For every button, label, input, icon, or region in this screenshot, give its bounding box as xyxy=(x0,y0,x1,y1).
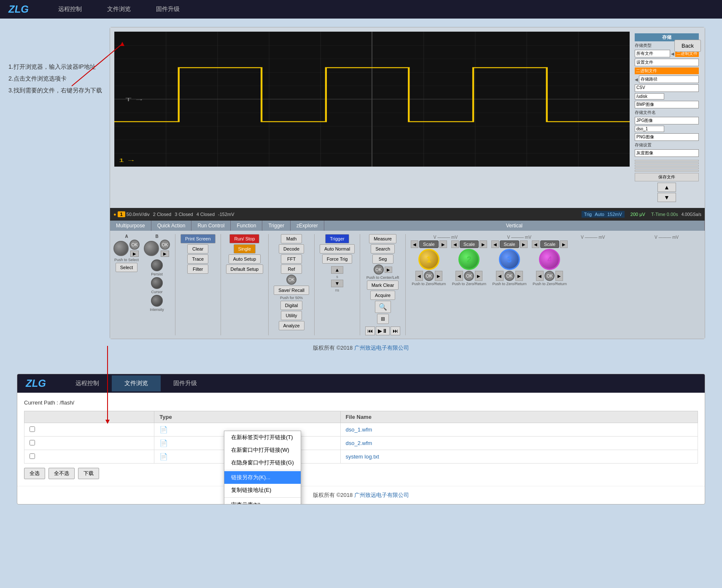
trig-up-arrow[interactable]: ▲ xyxy=(331,266,344,274)
zoom-btn[interactable]: 🔍 xyxy=(375,301,391,313)
ch3-left-arrow[interactable]: ◀ xyxy=(491,240,499,248)
save-path-input[interactable]: /udisk xyxy=(635,93,664,100)
ctx-open-tab[interactable]: 在新标签页中打开链接(T) xyxy=(224,431,301,444)
save-recall-btn[interactable]: Save/ Recall xyxy=(274,286,309,295)
ch1-ok-right[interactable]: ▶ xyxy=(435,271,442,281)
cursor-knob[interactable] xyxy=(151,277,163,289)
ctx-save-as[interactable]: 链接另存为(K)... xyxy=(224,471,301,484)
file-link-3[interactable]: system log.txt xyxy=(346,453,379,460)
nav-btn-3[interactable] xyxy=(635,165,699,167)
ch4-scale-btn[interactable]: Scale xyxy=(540,240,560,248)
zexp-right-arrow[interactable]: ▶ xyxy=(385,267,392,273)
ch2-ok-btn[interactable]: OK xyxy=(464,271,474,281)
ch2-right-arrow[interactable]: ▶ xyxy=(480,240,487,248)
auto-setup-btn[interactable]: Auto Setup xyxy=(229,254,261,264)
tab-vertical[interactable]: Vertical xyxy=(324,221,705,231)
ch1-ok-btn[interactable]: OK xyxy=(424,271,434,281)
ch2-knob[interactable]: 2 xyxy=(458,249,480,270)
arrow-right-a[interactable]: ▶ xyxy=(130,251,139,257)
trigger-btn[interactable]: Trigger xyxy=(325,234,349,243)
run-stop-btn[interactable]: Run/ Stop xyxy=(229,234,259,243)
ch4-right-arrow[interactable]: ▶ xyxy=(560,240,568,248)
arrow-right-b[interactable]: ▶ xyxy=(161,251,169,257)
clear-btn-a[interactable]: Clear xyxy=(187,244,208,254)
fft-btn[interactable]: FFT xyxy=(281,254,302,264)
intensity-knob[interactable] xyxy=(151,295,163,307)
tab-run-control[interactable]: Run Control xyxy=(191,221,231,231)
select-all-btn[interactable]: 全选 xyxy=(24,468,45,479)
ok-btn-a[interactable]: OK xyxy=(129,240,140,250)
ch4-ok-right[interactable]: ▶ xyxy=(555,271,563,281)
ch2-ok-right[interactable]: ▶ xyxy=(475,271,482,281)
nav-btn-2[interactable] xyxy=(635,162,699,164)
persist-knob[interactable] xyxy=(151,259,163,271)
measure-btn[interactable]: Measure xyxy=(369,234,396,243)
nav-tab-files[interactable]: 文件浏览 xyxy=(94,1,143,17)
nav-btn-4[interactable] xyxy=(635,167,699,169)
file-checkbox-1[interactable] xyxy=(30,426,35,432)
copyright-link-2[interactable]: 广州致远电子有限公司 xyxy=(354,492,409,498)
ctx-open-incognito[interactable]: 在隐身窗口中打开链接(G) xyxy=(224,456,301,469)
force-trig-btn[interactable]: Force Trig xyxy=(322,254,353,264)
seg-btn[interactable]: Seg xyxy=(372,254,393,264)
search-btn[interactable]: Search xyxy=(371,244,395,254)
tab-quick-action[interactable]: Quick Action xyxy=(151,221,192,231)
ch2-ok-left[interactable]: ◀ xyxy=(455,271,463,281)
default-setup-btn[interactable]: Default Setup xyxy=(226,264,264,274)
tab-trigger[interactable]: Trigger xyxy=(262,221,291,231)
ch3-ok-right[interactable]: ▶ xyxy=(515,271,523,281)
scroll-up-btn[interactable]: ▲ xyxy=(657,183,676,192)
deselect-all-btn[interactable]: 全不选 xyxy=(48,468,75,479)
filter-btn[interactable]: Filter xyxy=(187,264,208,274)
auto-normal-btn[interactable]: Auto Normal xyxy=(320,244,355,254)
ctx-open-window[interactable]: 在新窗口中打开链接(W) xyxy=(224,444,301,456)
analyze-btn[interactable]: Analyze xyxy=(279,321,304,330)
ctx-copy-link[interactable]: 复制链接地址(E) xyxy=(224,484,301,496)
math-btn[interactable]: Math xyxy=(281,234,302,243)
ref-btn[interactable]: Ref xyxy=(281,264,302,274)
ch3-right-arrow[interactable]: ▶ xyxy=(520,240,528,248)
forward-btn[interactable]: ⏭ xyxy=(391,326,400,335)
tab-zexplorer[interactable]: zExplorer xyxy=(291,221,324,231)
ok-btn-b[interactable]: OK xyxy=(160,240,170,250)
decode-btn[interactable]: Decode xyxy=(279,244,304,254)
type-dropdown-arrow[interactable]: ◀ xyxy=(671,51,674,56)
ch1-scale-btn[interactable]: Scale xyxy=(419,240,439,248)
single-btn[interactable]: Single xyxy=(234,244,256,254)
ch2-scale-btn[interactable]: Scale xyxy=(460,240,479,248)
play-pause-btn[interactable]: ▶⏸ xyxy=(376,326,390,335)
download-btn[interactable]: 下载 xyxy=(78,468,99,479)
ok-zexp[interactable]: OK xyxy=(374,264,384,275)
ctx-inspect[interactable]: 审查元素(N) xyxy=(224,499,301,504)
type-arrow-left[interactable]: ◀ xyxy=(635,77,638,82)
scroll-down-btn[interactable]: ▼ xyxy=(657,193,676,202)
ch4-ok-btn[interactable]: OK xyxy=(544,271,555,281)
acquire-btn[interactable]: Acquire xyxy=(370,291,395,300)
ch3-ok-btn[interactable]: OK xyxy=(504,271,515,281)
mark-clear-btn[interactable]: Mark Clear xyxy=(367,281,399,290)
knob-b[interactable] xyxy=(144,241,159,256)
print-screen-btn[interactable]: Print Screen xyxy=(180,234,216,243)
ch3-knob[interactable]: 3 xyxy=(499,249,520,270)
file-tab-remote[interactable]: 远程控制 xyxy=(63,375,112,391)
ch2-left-arrow[interactable]: ◀ xyxy=(451,240,459,248)
ch4-knob[interactable]: 4 xyxy=(539,249,560,270)
trig-down-arrow[interactable]: ▼ xyxy=(331,280,344,287)
utility-btn[interactable]: Utility xyxy=(281,311,302,320)
ch1-knob[interactable]: 1 xyxy=(418,249,439,270)
ch4-left-arrow[interactable]: ◀ xyxy=(532,240,539,248)
nav-tab-firmware[interactable]: 固件升级 xyxy=(143,1,192,17)
trace-btn[interactable]: Trace xyxy=(187,254,208,264)
ch1-ok-left[interactable]: ◀ xyxy=(415,271,423,281)
save-name-input[interactable]: dso_1 xyxy=(635,126,664,132)
grid-btn[interactable]: ⊞ xyxy=(377,314,389,324)
select-btn[interactable]: Select xyxy=(116,263,138,272)
rewind-btn[interactable]: ⏮ xyxy=(365,326,375,335)
ok-func[interactable]: OK xyxy=(286,275,296,285)
ch1-left-arrow[interactable]: ◀ xyxy=(411,240,418,248)
ch4-ok-left[interactable]: ◀ xyxy=(536,271,544,281)
back-button[interactable]: Back xyxy=(674,40,701,52)
nav-btn-5[interactable] xyxy=(635,170,699,172)
copyright-link-1[interactable]: 广州致远电子有限公司 xyxy=(354,345,409,351)
digital-btn[interactable]: Digital xyxy=(280,301,303,310)
